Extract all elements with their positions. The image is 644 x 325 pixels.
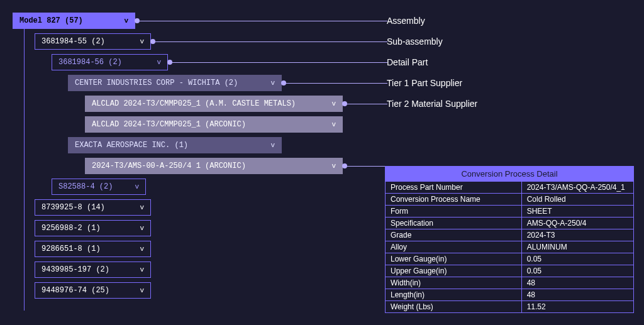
tree-node-subassembly[interactable]: 8739925-8 (14) v bbox=[35, 199, 151, 216]
chevron-down-icon: v bbox=[140, 204, 144, 211]
legend-tier1: Tier 1 Part Supplier bbox=[387, 75, 477, 91]
tree-node-tier2-supplier[interactable]: ALCLAD 2024-T3/CMMP025_1 (A.M. CASTLE ME… bbox=[85, 96, 343, 112]
node-label: ALCLAD 2024-T3/CMMP025_1 (ARCONIC) bbox=[92, 120, 246, 129]
detail-val: ALUMINUM bbox=[522, 241, 633, 253]
detail-val: 48 bbox=[522, 277, 633, 289]
tree-node-subassembly[interactable]: 9448976-74 (25) v bbox=[35, 282, 151, 299]
detail-row: Width(in) 48 bbox=[386, 277, 633, 289]
chevron-down-icon: v bbox=[140, 224, 144, 232]
detail-row: Form SHEET bbox=[386, 205, 633, 217]
node-label: Model 827 (57) bbox=[19, 16, 83, 25]
node-label: EXACTA AEROSPACE INC. (1) bbox=[75, 141, 188, 150]
detail-key: Upper Gauge(in) bbox=[386, 265, 522, 277]
chevron-down-icon: v bbox=[157, 58, 161, 66]
node-label: 9256988-2 (1) bbox=[42, 224, 101, 233]
node-label: 2024-T3/AMS-00-A-250/4 1 (ARCONIC) bbox=[92, 162, 246, 170]
chevron-down-icon: v bbox=[135, 183, 139, 190]
node-label: S82588-4 (2) bbox=[58, 182, 113, 191]
tree-node-detail-part[interactable]: 3681984-56 (2) v bbox=[52, 54, 168, 70]
legend: Assembly Sub-assembly Detail Part Tier 1… bbox=[387, 13, 477, 116]
chevron-down-icon: v bbox=[140, 245, 144, 253]
node-label: ALCLAD 2024-T3/CMMP025_1 (A.M. CASTLE ME… bbox=[92, 99, 296, 108]
chevron-down-icon: v bbox=[140, 38, 144, 45]
chevron-down-icon: v bbox=[270, 141, 275, 149]
legend-detail-part: Detail Part bbox=[387, 54, 477, 70]
legend-tier2: Tier 2 Material Supplier bbox=[387, 96, 477, 112]
detail-key: Alloy bbox=[386, 241, 522, 253]
tree-node-tier2-supplier[interactable]: 2024-T3/AMS-00-A-250/4 1 (ARCONIC) v bbox=[85, 158, 343, 174]
detail-key: Weight (Lbs) bbox=[386, 301, 522, 312]
detail-panel-title: Conversion Process Detail bbox=[386, 167, 633, 181]
tree-node-subassembly[interactable]: 9439985-197 (2) v bbox=[35, 262, 151, 278]
node-label: CENTER INDUSTRIES CORP - WICHITA (2) bbox=[75, 79, 238, 87]
detail-val: 2024-T3/AMS-QQ-A-250/4_1 bbox=[522, 182, 633, 193]
chevron-down-icon: v bbox=[270, 79, 275, 87]
tree-node-subassembly[interactable]: 9256988-2 (1) v bbox=[35, 220, 151, 236]
node-label: 3681984-56 (2) bbox=[58, 58, 122, 67]
detail-val: 0.05 bbox=[522, 265, 633, 277]
chevron-down-icon: v bbox=[140, 266, 144, 273]
tree-node-subassembly[interactable]: 3681984-55 (2) v bbox=[35, 33, 151, 50]
detail-key: Conversion Process Name bbox=[386, 194, 522, 205]
tree-node-subassembly[interactable]: 9286651-8 (1) v bbox=[35, 241, 151, 257]
detail-val: 11.52 bbox=[522, 301, 633, 312]
detail-val: 2024-T3 bbox=[522, 229, 633, 241]
detail-row: Lower Gauge(in) 0.05 bbox=[386, 253, 633, 265]
chevron-down-icon: v bbox=[140, 287, 144, 294]
detail-row: Specification AMS-QQ-A-250/4 bbox=[386, 217, 633, 229]
tree-node-detail-part[interactable]: S82588-4 (2) v bbox=[52, 179, 146, 195]
detail-row: Process Part Number 2024-T3/AMS-QQ-A-250… bbox=[386, 181, 633, 193]
detail-row: Upper Gauge(in) 0.05 bbox=[386, 265, 633, 277]
tree-node-assembly[interactable]: Model 827 (57) v bbox=[13, 13, 135, 29]
detail-val: 0.05 bbox=[522, 253, 633, 265]
tree-node-tier1-supplier[interactable]: EXACTA AEROSPACE INC. (1) v bbox=[68, 137, 282, 153]
detail-row: Grade 2024-T3 bbox=[386, 229, 633, 241]
legend-assembly: Assembly bbox=[387, 13, 477, 29]
detail-key: Grade bbox=[386, 229, 522, 241]
chevron-down-icon: v bbox=[331, 162, 336, 170]
conversion-process-detail-panel: Conversion Process Detail Process Part N… bbox=[385, 166, 634, 313]
chevron-down-icon: v bbox=[124, 17, 128, 25]
chevron-down-icon: v bbox=[331, 100, 336, 107]
detail-val: 48 bbox=[522, 289, 633, 300]
detail-val: SHEET bbox=[522, 206, 633, 217]
node-label: 8739925-8 (14) bbox=[42, 203, 105, 212]
detail-key: Width(in) bbox=[386, 277, 522, 289]
detail-key: Lower Gauge(in) bbox=[386, 253, 522, 265]
detail-row: Length(in) 48 bbox=[386, 289, 633, 300]
detail-key: Specification bbox=[386, 218, 522, 229]
detail-key: Length(in) bbox=[386, 289, 522, 300]
tree-node-tier2-supplier[interactable]: ALCLAD 2024-T3/CMMP025_1 (ARCONIC) v bbox=[85, 116, 343, 133]
detail-row: Weight (Lbs) 11.52 bbox=[386, 300, 633, 312]
node-label: 9439985-197 (2) bbox=[42, 265, 109, 274]
node-label: 9448976-74 (25) bbox=[42, 286, 109, 295]
tree-node-tier1-supplier[interactable]: CENTER INDUSTRIES CORP - WICHITA (2) v bbox=[68, 75, 282, 91]
node-label: 9286651-8 (1) bbox=[42, 245, 101, 253]
chevron-down-icon: v bbox=[331, 121, 336, 128]
detail-val: Cold Rolled bbox=[522, 194, 633, 205]
detail-row: Alloy ALUMINUM bbox=[386, 241, 633, 253]
legend-subassembly: Sub-assembly bbox=[387, 33, 477, 50]
hierarchy-tree: Model 827 (57) v 3681984-55 (2) v 368198… bbox=[13, 13, 343, 303]
detail-row: Conversion Process Name Cold Rolled bbox=[386, 193, 633, 205]
node-label: 3681984-55 (2) bbox=[42, 37, 105, 46]
detail-val: AMS-QQ-A-250/4 bbox=[522, 218, 633, 229]
detail-key: Form bbox=[386, 206, 522, 217]
detail-key: Process Part Number bbox=[386, 182, 522, 193]
